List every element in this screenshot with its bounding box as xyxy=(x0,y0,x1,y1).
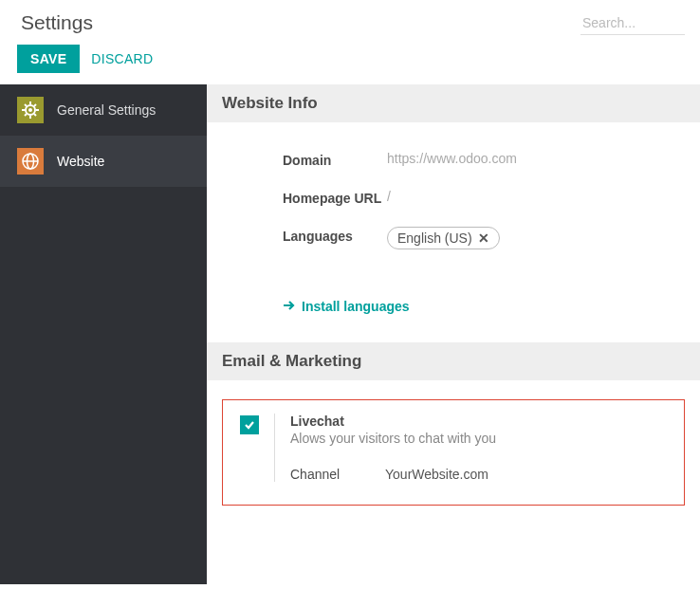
livechat-option-box: Livechat Alows your visitors to chat wit… xyxy=(222,399,685,506)
section-header-website-info: Website Info xyxy=(207,84,700,122)
domain-label: Domain xyxy=(283,151,387,168)
svg-line-8 xyxy=(34,114,36,116)
livechat-description: Alows your visitors to chat with you xyxy=(290,431,667,446)
channel-value[interactable]: YourWebsite.com xyxy=(385,467,488,482)
languages-label: Languages xyxy=(283,227,387,244)
language-tag-label: English (US) xyxy=(397,230,472,246)
install-languages-label: Install languages xyxy=(302,299,410,314)
sidebar-item-label: Website xyxy=(57,154,104,169)
globe-icon xyxy=(17,148,44,175)
sidebar-item-general-settings[interactable]: General Settings xyxy=(0,84,207,136)
svg-line-7 xyxy=(25,104,27,106)
svg-line-10 xyxy=(25,114,27,116)
homepage-url-label: Homepage URL xyxy=(283,189,387,206)
gear-icon xyxy=(17,97,44,123)
search-input[interactable] xyxy=(580,11,685,35)
content-area: Website Info Domain https://www.odoo.com… xyxy=(207,84,700,584)
arrow-right-icon xyxy=(283,299,296,314)
homepage-url-value[interactable]: / xyxy=(387,189,391,204)
close-icon[interactable]: ✕ xyxy=(478,230,489,246)
discard-button[interactable]: DISCARD xyxy=(91,51,153,66)
section-header-marketing: Email & Marketing xyxy=(207,342,700,380)
sidebar-item-website[interactable]: Website xyxy=(0,136,207,187)
channel-label: Channel xyxy=(290,467,385,482)
divider xyxy=(274,414,275,482)
sidebar: General Settings Website xyxy=(0,84,207,584)
save-button[interactable]: SAVE xyxy=(17,45,80,73)
language-tag[interactable]: English (US) ✕ xyxy=(387,227,500,249)
svg-line-9 xyxy=(34,104,36,106)
page-title: Settings xyxy=(21,11,93,34)
svg-point-2 xyxy=(28,108,32,112)
install-languages-link[interactable]: Install languages xyxy=(283,299,410,314)
livechat-checkbox[interactable] xyxy=(240,415,259,434)
sidebar-item-label: General Settings xyxy=(57,102,156,118)
domain-value[interactable]: https://www.odoo.com xyxy=(387,151,517,166)
livechat-title: Livechat xyxy=(290,414,667,429)
